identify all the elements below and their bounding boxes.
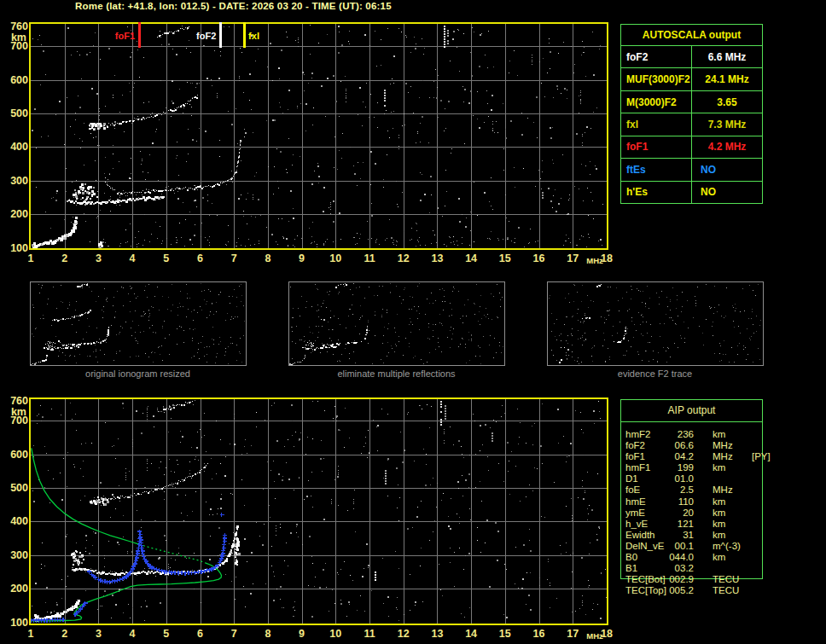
top-ionogram: 760km70060050040030020010012345678910111…	[10, 20, 613, 265]
svg-text:7: 7	[231, 628, 237, 640]
aip-row-hmF1: hmF1199km	[625, 462, 817, 473]
autoscala-param-value: NO	[692, 159, 762, 180]
autoscala-row-MUF(3000)F2: MUF(3000)F224.1 MHz	[621, 67, 762, 90]
aip-param-unit: km	[713, 429, 752, 440]
svg-text:760: 760	[10, 20, 28, 32]
aip-param-unit: km	[713, 462, 752, 473]
aip-param-value: 04.2	[668, 451, 694, 462]
aip-row-foE: foE2.5MHz	[625, 484, 817, 496]
svg-text:400: 400	[10, 141, 28, 153]
svg-text:300: 300	[10, 175, 28, 187]
processing-panel-1	[289, 282, 505, 366]
aip-param-unit: km	[713, 530, 752, 541]
aip-param-label: foF2	[625, 440, 668, 451]
autoscala-table-header: AUTOSCALA output	[621, 25, 762, 45]
svg-text:2: 2	[61, 628, 67, 640]
svg-text:14: 14	[465, 628, 477, 640]
aip-param-note: [PY]	[752, 451, 771, 462]
svg-text:600: 600	[10, 74, 28, 86]
svg-text:300: 300	[10, 549, 28, 561]
svg-text:10: 10	[329, 252, 341, 264]
svg-text:1: 1	[28, 252, 34, 264]
aip-param-label: Ewidth	[625, 530, 668, 541]
svg-text:12: 12	[398, 628, 410, 640]
svg-text:100: 100	[10, 242, 28, 254]
aip-row-h_vE: h_vE121km	[625, 519, 817, 530]
autoscala-param-value: 24.1 MHz	[692, 68, 762, 90]
aip-param-value: 121	[668, 519, 694, 530]
bottom-ionogram: 760km70060050040030020010012345678910111…	[10, 395, 613, 641]
aip-param-label: DelN_vE	[625, 541, 668, 552]
aip-param-label: foF1	[625, 451, 668, 462]
aip-param-value: 03.2	[668, 563, 694, 574]
aip-param-label: foE	[625, 484, 668, 496]
svg-text:100: 100	[10, 617, 28, 629]
autoscala-row-foF1: foF14.2 MHz	[621, 136, 762, 158]
aip-row-DelN_vE: DelN_vE00.1m^(-3)	[625, 541, 817, 552]
aip-param-unit: km	[713, 496, 752, 508]
svg-text:600: 600	[10, 449, 28, 461]
autoscala-param-label: h'Es	[621, 182, 692, 203]
aip-param-unit: km	[713, 552, 752, 563]
aip-row-D1: D101.0	[625, 473, 817, 484]
autoscala-param-value: 7.3 MHz	[692, 113, 762, 135]
autoscala-param-label: fxI	[621, 113, 692, 135]
aip-param-value: 199	[668, 462, 694, 473]
aip-param-label: TEC[Bot]	[625, 574, 668, 585]
aip-param-value: 00.1	[668, 541, 694, 552]
aip-param-value: 002.9	[668, 574, 694, 585]
svg-text:7: 7	[231, 252, 237, 264]
svg-text:400: 400	[10, 515, 28, 527]
svg-text:15: 15	[499, 628, 511, 640]
svg-text:2: 2	[61, 252, 67, 264]
svg-text:6: 6	[197, 252, 203, 264]
svg-text:9: 9	[299, 252, 305, 264]
svg-text:11: 11	[364, 252, 375, 264]
aip-param-value: 044.0	[668, 552, 694, 563]
aip-row-foF2: foF206.6MHz	[625, 440, 817, 451]
svg-text:6: 6	[197, 628, 203, 640]
aip-param-unit: MHz	[713, 484, 752, 496]
aip-param-unit: km	[713, 519, 752, 530]
autoscala-param-label: M(3000)F2	[621, 91, 692, 113]
svg-text:13: 13	[431, 628, 443, 640]
svg-text:foF1: foF1	[115, 31, 135, 41]
svg-text:10: 10	[329, 628, 341, 640]
aip-param-label: ymE	[625, 508, 668, 519]
svg-text:500: 500	[10, 107, 28, 119]
aip-param-value: 2.5	[668, 484, 694, 496]
svg-text:17: 17	[567, 252, 579, 264]
svg-text:15: 15	[499, 252, 511, 264]
autoscala-param-label: MUF(3000)F2	[621, 68, 692, 90]
svg-text:11: 11	[364, 628, 375, 640]
autoscala-row-foF2: foF26.6 MHz	[621, 45, 762, 67]
svg-text:MHz: MHz	[586, 256, 603, 265]
svg-text:5: 5	[163, 252, 169, 264]
svg-text:8: 8	[265, 628, 270, 640]
svg-text:1: 1	[28, 628, 34, 640]
aip-row-ymE: ymE20km	[625, 508, 817, 519]
aip-row-B1: B103.2	[625, 563, 817, 574]
svg-text:fxI: fxI	[248, 31, 259, 41]
svg-text:17: 17	[567, 628, 579, 640]
svg-text:200: 200	[10, 583, 28, 595]
aip-param-label: h_vE	[625, 519, 668, 530]
aip-param-label: TEC[Top]	[625, 585, 668, 596]
autoscala-param-label: foF2	[621, 46, 692, 67]
processing-panel-0	[31, 282, 247, 366]
svg-text:3: 3	[96, 628, 102, 640]
svg-text:16: 16	[533, 252, 545, 264]
panel-caption-eliminate: eliminate multiple reflections	[288, 368, 504, 379]
aip-param-label: D1	[625, 473, 668, 484]
autoscala-param-label: ftEs	[621, 159, 692, 180]
aip-param-label: B1	[625, 563, 668, 574]
aip-param-unit: TECU	[713, 585, 752, 596]
svg-text:9: 9	[299, 628, 305, 640]
svg-text:3: 3	[96, 252, 102, 264]
aip-param-label: B0	[625, 552, 668, 563]
autoscala-output-table: AUTOSCALA output foF26.6 MHzMUF(3000)F22…	[620, 24, 763, 204]
autoscala-param-value: 6.6 MHz	[692, 46, 762, 67]
aip-param-label: hmE	[625, 496, 668, 508]
autoscala-row-fxI: fxI7.3 MHz	[621, 113, 762, 135]
aip-row-TEC[Bot]: TEC[Bot]002.9TECU	[625, 574, 817, 585]
